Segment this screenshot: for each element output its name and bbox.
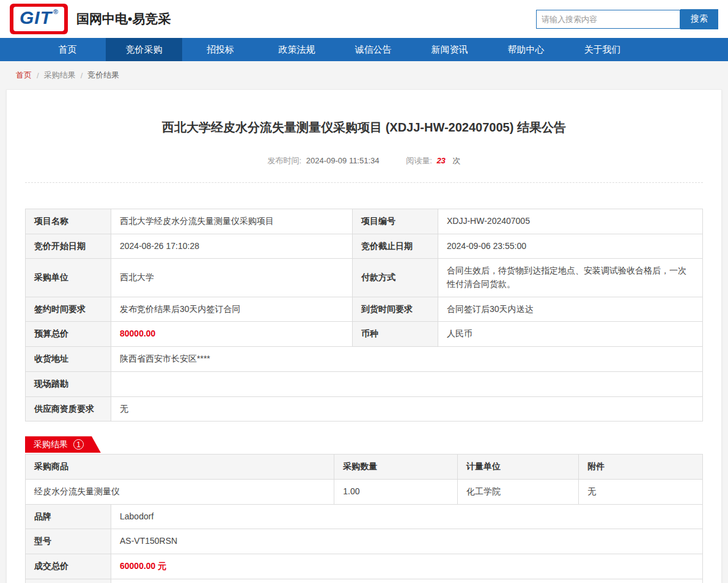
field-label: 型号 bbox=[26, 529, 111, 554]
field-value: 无 bbox=[111, 396, 703, 421]
field-value: 西北大学经皮水分流失量测量仪采购项目 bbox=[111, 209, 353, 234]
table-row: 供应商资质要求 无 bbox=[26, 396, 703, 421]
table-row: 收货地址 陕西省西安市长安区**** bbox=[26, 347, 703, 372]
field-value bbox=[111, 371, 703, 396]
product-name-cell: 经皮水分流失量测量仪 bbox=[26, 479, 334, 504]
nav-item-help-center[interactable]: 帮助中心 bbox=[488, 38, 564, 61]
nav-item-about-us[interactable]: 关于我们 bbox=[564, 38, 641, 61]
site-header: GIT ® 国网中电•易竞采 搜索 bbox=[0, 0, 728, 38]
field-label: 成交供应商 bbox=[26, 579, 111, 583]
field-label: 供应商资质要求 bbox=[26, 396, 111, 421]
column-header: 采购数量 bbox=[334, 455, 458, 480]
field-label: 预算总价 bbox=[26, 322, 111, 347]
field-value: 人民币 bbox=[438, 322, 703, 347]
field-label: 竞价截止日期 bbox=[353, 234, 438, 259]
announcement-card: 西北大学经皮水分流失量测量仪采购项目 (XDJJ-HW-202407005) 结… bbox=[6, 89, 722, 583]
main-nav: 首页 竞价采购 招投标 政策法规 诚信公告 新闻资讯 帮助中心 关于我们 bbox=[0, 38, 728, 61]
purchase-product-table: 采购商品 采购数量 计量单位 附件 经皮水分流失量测量仪 1.00 化工学院 无 bbox=[25, 454, 703, 504]
nav-item-policy[interactable]: 政策法规 bbox=[259, 38, 335, 61]
site-logo[interactable]: GIT ® bbox=[10, 4, 68, 34]
nav-item-bidding-purchase[interactable]: 竞价采购 bbox=[106, 38, 182, 61]
nav-item-news[interactable]: 新闻资讯 bbox=[411, 38, 488, 61]
field-value: AS-VT150RSN bbox=[111, 529, 703, 554]
field-label: 收货地址 bbox=[26, 347, 111, 372]
table-row: 签约时间要求 发布竞价结果后30天内签订合同 到货时间要求 合同签订后30天内送… bbox=[26, 297, 703, 322]
field-label: 项目编号 bbox=[353, 209, 438, 234]
logo-box: GIT ® bbox=[13, 7, 64, 31]
dashed-divider bbox=[25, 182, 703, 183]
table-row: 成交供应商 桂宁（上海）实验器材有限公司 bbox=[26, 579, 703, 583]
field-value: 2024-08-26 17:10:28 bbox=[111, 234, 353, 259]
field-label: 品牌 bbox=[26, 504, 111, 529]
field-value: 陕西省西安市长安区**** bbox=[111, 347, 703, 372]
table-row: 成交总价 60000.00 元 bbox=[26, 554, 703, 579]
field-label: 币种 bbox=[353, 322, 438, 347]
field-value: 发布竞价结果后30天内签订合同 bbox=[111, 297, 353, 322]
product-quantity-cell: 1.00 bbox=[334, 479, 458, 504]
product-unit-cell: 化工学院 bbox=[457, 479, 578, 504]
nav-item-home[interactable]: 首页 bbox=[29, 38, 106, 61]
views-label: 阅读量: bbox=[406, 156, 432, 165]
breadcrumb-separator: / bbox=[37, 71, 39, 80]
table-row: 预算总价 80000.00 币种 人民币 bbox=[26, 322, 703, 347]
field-value: XDJJ-HW-202407005 bbox=[438, 209, 703, 234]
field-label: 付款方式 bbox=[353, 259, 438, 297]
nav-item-tender[interactable]: 招投标 bbox=[182, 38, 259, 61]
table-row: 现场踏勘 bbox=[26, 371, 703, 396]
field-value: 桂宁（上海）实验器材有限公司 bbox=[111, 579, 703, 583]
field-label: 现场踏勘 bbox=[26, 371, 111, 396]
field-value: 西北大学 bbox=[111, 259, 353, 297]
breadcrumb-home[interactable]: 首页 bbox=[16, 70, 32, 81]
views-unit: 次 bbox=[452, 156, 460, 165]
page-title: 西北大学经皮水分流失量测量仪采购项目 (XDJJ-HW-202407005) 结… bbox=[25, 119, 703, 136]
product-attachment-cell: 无 bbox=[579, 479, 703, 504]
registered-mark-icon: ® bbox=[53, 8, 58, 15]
result-details-table: 品牌 Labodorf 型号 AS-VT150RSN 成交总价 60000.00… bbox=[25, 504, 703, 583]
field-label: 到货时间要求 bbox=[353, 297, 438, 322]
search-bar: 搜索 bbox=[536, 9, 718, 29]
column-header: 计量单位 bbox=[457, 455, 578, 480]
announcement-meta: 发布时间: 2024-09-09 11:51:34 阅读量: 23 次 bbox=[25, 155, 703, 166]
table-row: 经皮水分流失量测量仪 1.00 化工学院 无 bbox=[26, 479, 703, 504]
search-input[interactable] bbox=[536, 10, 680, 29]
publish-time-value: 2024-09-09 11:51:34 bbox=[306, 156, 380, 165]
ribbon-count-badge: 1 bbox=[73, 439, 84, 450]
table-row: 型号 AS-VT150RSN bbox=[26, 529, 703, 554]
publish-time-label: 发布时间: bbox=[268, 156, 302, 165]
column-header: 采购商品 bbox=[26, 455, 334, 480]
site-title: 国网中电•易竞采 bbox=[76, 10, 171, 28]
breadcrumb: 首页 / 采购结果 / 竞价结果 bbox=[0, 61, 728, 87]
table-row: 品牌 Labodorf bbox=[26, 504, 703, 529]
column-header: 附件 bbox=[579, 455, 703, 480]
views-count: 23 bbox=[436, 156, 445, 165]
project-info-table: 项目名称 西北大学经皮水分流失量测量仪采购项目 项目编号 XDJJ-HW-202… bbox=[25, 209, 703, 421]
field-label: 签约时间要求 bbox=[26, 297, 111, 322]
breadcrumb-separator: / bbox=[81, 71, 83, 80]
budget-total-value: 80000.00 bbox=[111, 322, 353, 347]
breadcrumb-current: 竞价结果 bbox=[87, 70, 119, 81]
purchase-result-ribbon: 采购结果 1 bbox=[25, 436, 101, 453]
ribbon-label: 采购结果 bbox=[34, 439, 68, 450]
field-label: 项目名称 bbox=[26, 209, 111, 234]
field-value: 合同签订后30天内送达 bbox=[438, 297, 703, 322]
table-row: 项目名称 西北大学经皮水分流失量测量仪采购项目 项目编号 XDJJ-HW-202… bbox=[26, 209, 703, 234]
field-label: 采购单位 bbox=[26, 259, 111, 297]
search-button[interactable]: 搜索 bbox=[680, 9, 718, 29]
field-label: 竞价开始日期 bbox=[26, 234, 111, 259]
field-value: 合同生效后，待货物到达指定地点、安装调试验收合格后，一次性付清合同货款。 bbox=[438, 259, 703, 297]
logo-text: GIT bbox=[20, 7, 52, 29]
field-value: Labodorf bbox=[111, 504, 703, 529]
nav-item-integrity-notice[interactable]: 诚信公告 bbox=[335, 38, 411, 61]
table-header-row: 采购商品 采购数量 计量单位 附件 bbox=[26, 455, 703, 480]
deal-total-price-value: 60000.00 元 bbox=[111, 554, 703, 579]
table-row: 竞价开始日期 2024-08-26 17:10:28 竞价截止日期 2024-0… bbox=[26, 234, 703, 259]
table-row: 采购单位 西北大学 付款方式 合同生效后，待货物到达指定地点、安装调试验收合格后… bbox=[26, 259, 703, 297]
field-label: 成交总价 bbox=[26, 554, 111, 579]
breadcrumb-purchase-results[interactable]: 采购结果 bbox=[44, 70, 76, 81]
field-value: 2024-09-06 23:55:00 bbox=[438, 234, 703, 259]
